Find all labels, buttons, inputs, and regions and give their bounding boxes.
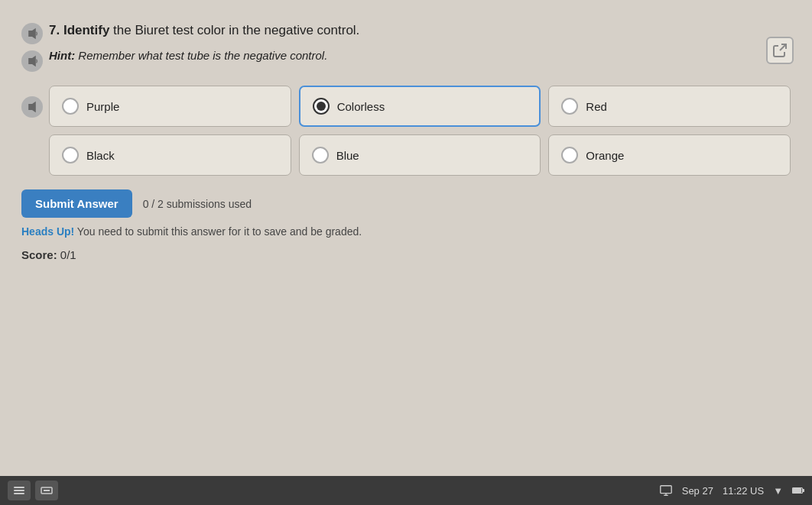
answer-option-red[interactable]: Red [548, 86, 791, 127]
taskbar-wifi-icon: ▼ [773, 485, 783, 497]
svg-line-3 [780, 44, 786, 50]
answer-label-red: Red [586, 100, 607, 113]
hint-label: Hint: [49, 49, 75, 62]
svg-rect-8 [44, 490, 50, 491]
question-bold: Identify [63, 23, 109, 37]
taskbar-time: 11:22 US [723, 485, 764, 497]
answer-label-orange: Orange [586, 149, 624, 162]
radio-black [62, 147, 79, 163]
heads-up-text: You need to submit this answer for it to… [74, 225, 362, 238]
taskbar-battery-icon [792, 485, 804, 497]
answer-option-purple[interactable]: Purple [49, 86, 291, 127]
question-text: 7. Identify the Biuret test color in the… [49, 21, 359, 40]
heads-up-row: Heads Up! You need to submit this answer… [21, 225, 791, 238]
taskbar-date: Sep 27 [682, 485, 713, 497]
answer-option-colorless[interactable]: Colorless [299, 86, 541, 127]
radio-red [561, 98, 578, 115]
submissions-used-text: 0 / 2 submissions used [143, 198, 252, 210]
link-icon[interactable] [766, 37, 794, 64]
svg-rect-13 [803, 489, 804, 491]
question-number: 7. [49, 23, 60, 37]
answer-label-blue: Blue [336, 149, 359, 162]
taskbar-monitor-icon[interactable] [659, 484, 673, 497]
svg-rect-9 [661, 486, 671, 494]
submit-answer-button[interactable]: Submit Answer [21, 189, 132, 218]
radio-blue [312, 147, 329, 163]
svg-marker-1 [28, 56, 36, 66]
taskbar: Sep 27 11:22 US ▼ [0, 476, 812, 505]
radio-orange [561, 147, 578, 163]
svg-marker-2 [28, 102, 36, 112]
svg-rect-5 [14, 490, 24, 491]
svg-rect-4 [14, 487, 24, 488]
score-value: 0/1 [60, 248, 76, 261]
svg-rect-14 [794, 488, 801, 492]
answers-audio-button[interactable] [21, 96, 43, 118]
answer-label-colorless: Colorless [337, 100, 385, 113]
svg-rect-6 [14, 493, 24, 494]
svg-marker-0 [28, 28, 36, 39]
taskbar-left [8, 481, 58, 500]
score-label: Score: [21, 248, 60, 261]
heads-up-label: Heads Up! [21, 225, 74, 238]
hint-text: Hint: Remember what test tube is the neg… [49, 49, 327, 62]
answer-option-black[interactable]: Black [49, 134, 291, 176]
score-row: Score: 0/1 [21, 248, 791, 261]
answer-label-purple: Purple [86, 100, 119, 113]
hint-audio-button[interactable] [21, 50, 43, 72]
answer-label-black: Black [86, 149, 115, 162]
taskbar-btn-2[interactable] [35, 481, 58, 500]
question-audio-button[interactable] [21, 23, 43, 44]
answer-option-blue[interactable]: Blue [299, 134, 541, 176]
radio-purple [62, 98, 79, 115]
taskbar-right: Sep 27 11:22 US ▼ [659, 484, 804, 497]
answer-option-orange[interactable]: Orange [548, 134, 791, 176]
radio-colorless [313, 98, 330, 115]
taskbar-btn-1[interactable] [8, 481, 31, 500]
